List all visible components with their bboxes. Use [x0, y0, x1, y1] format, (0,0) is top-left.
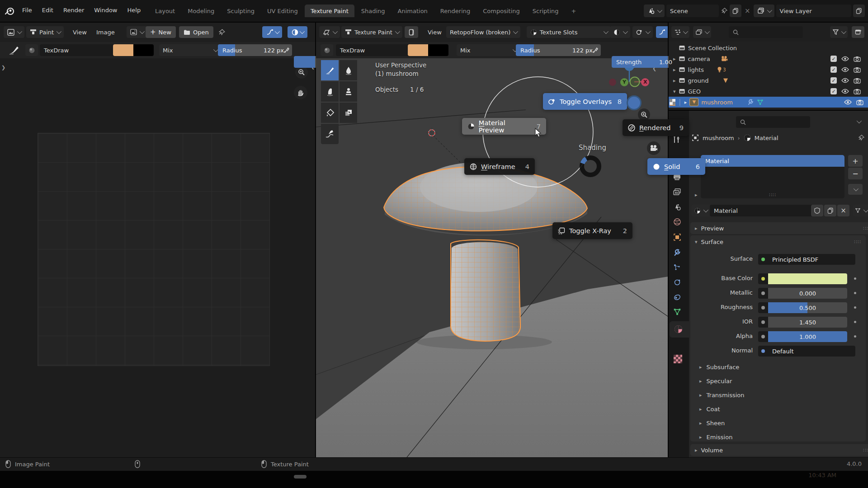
breadcrumb-object[interactable]: mushroom — [703, 135, 734, 141]
brush-preview-button[interactable] — [25, 44, 38, 56]
material-name-field[interactable]: Material — [710, 205, 818, 216]
zoom-gizmo[interactable] — [295, 66, 308, 79]
tab-scripting[interactable]: Scripting — [527, 5, 565, 17]
base-color-field[interactable] — [758, 273, 847, 284]
viewport-view-menu[interactable]: View — [423, 26, 447, 38]
blend-mode-dropdown[interactable]: Mix — [159, 44, 221, 56]
brush-name-field[interactable]: TexDraw — [336, 44, 413, 56]
expand-arrow-icon[interactable]: ▸ — [684, 99, 687, 105]
pan-gizmo[interactable] — [294, 86, 307, 99]
node-editor-dropdown[interactable] — [853, 205, 868, 216]
properties-options-chevron[interactable] — [857, 118, 862, 123]
new-collection-button[interactable] — [852, 26, 864, 38]
normal-field[interactable]: Default — [758, 346, 855, 357]
ior-slider[interactable]: 1.450 — [758, 317, 847, 328]
decorator-dot[interactable] — [854, 335, 856, 338]
tool-smear[interactable] — [321, 81, 339, 102]
new-image-button[interactable]: + New — [146, 26, 176, 38]
falloff-curve-dropdown[interactable] — [262, 26, 282, 38]
grip-handle[interactable]: ∷∷ — [854, 239, 861, 245]
radius-slider[interactable]: Radius 122 px — [218, 44, 288, 56]
strength-slider[interactable]: Strength 1.00 — [612, 56, 677, 68]
tab-object[interactable] — [673, 233, 681, 241]
base-color-swatch[interactable] — [768, 273, 847, 284]
render-visibility-icon[interactable] — [854, 78, 861, 84]
expand-arrow-icon[interactable]: ▸ — [673, 56, 676, 62]
add-workspace-button[interactable]: + — [566, 5, 582, 17]
tool-draw[interactable] — [321, 60, 339, 80]
blender-logo-icon[interactable] — [5, 5, 15, 16]
editor-type-dropdown[interactable] — [4, 26, 24, 38]
menu-render[interactable]: Render — [58, 4, 89, 16]
collapse-arrow-icon[interactable]: ▾ — [673, 89, 676, 94]
tab-constraints[interactable] — [673, 293, 681, 301]
tool-soften[interactable] — [340, 60, 357, 80]
subpanel-emission[interactable]: ▸Emission — [699, 431, 732, 443]
interaction-mode-dropdown[interactable]: Texture Paint — [341, 26, 402, 38]
scene-browse-dropdown[interactable] — [644, 5, 665, 17]
expand-arrow-icon[interactable]: ▸ — [673, 67, 676, 73]
shading-popover[interactable] — [610, 26, 630, 38]
subpanel-transmission[interactable]: ▸Transmission — [699, 389, 745, 401]
tab-view-layer[interactable] — [673, 188, 681, 196]
copy-material-button[interactable] — [824, 205, 836, 216]
view-layer-remove-button[interactable]: × — [867, 7, 868, 15]
menu-edit[interactable]: Edit — [37, 4, 58, 16]
tab-rendering[interactable]: Rendering — [434, 5, 476, 17]
grip-handle[interactable]: ∷∷ — [863, 225, 868, 231]
surface-shader-field[interactable]: Principled BSDF — [758, 254, 855, 265]
tab-modeling[interactable]: Modeling — [182, 5, 220, 17]
panel-volume[interactable]: ▸ Volume ∷∷ — [690, 444, 868, 456]
brush-preview-button[interactable] — [321, 44, 333, 56]
tab-uv-editing[interactable]: UV Editing — [261, 5, 304, 17]
falloff-icon-button[interactable] — [656, 26, 668, 38]
slot-remove-button[interactable]: − — [848, 168, 863, 179]
checkbox-icon[interactable]: ✓ — [830, 66, 837, 73]
subpanel-coat[interactable]: ▸Coat — [699, 403, 720, 415]
pin-icon[interactable] — [218, 28, 226, 36]
retopoflow-menu[interactable]: RetopoFlow (broken) — [446, 26, 520, 38]
fake-user-button[interactable] — [811, 205, 823, 216]
eye-icon[interactable] — [844, 99, 852, 105]
panel-surface-header[interactable]: ▾ Surface ∷∷ — [690, 235, 866, 248]
menu-help[interactable]: Help — [123, 4, 146, 16]
editor-type-dropdown[interactable] — [671, 26, 689, 38]
grip-handle[interactable]: ∷∷ — [769, 192, 776, 198]
radius-slider[interactable]: Radius 122 px — [516, 44, 597, 56]
view-layer-name-field[interactable]: View Layer — [776, 5, 851, 17]
camera-view-gizmo[interactable] — [647, 141, 660, 155]
tab-layout[interactable]: Layout — [149, 5, 181, 17]
tab-texture[interactable] — [674, 355, 682, 363]
material-slot-item[interactable]: Material — [701, 155, 844, 167]
primary-color-swatch[interactable] — [113, 44, 133, 56]
secondary-color-swatch[interactable] — [428, 44, 448, 56]
tab-particles[interactable] — [673, 263, 681, 272]
render-visibility-icon[interactable] — [854, 89, 861, 94]
eye-icon[interactable] — [841, 67, 849, 72]
outliner-row-mushroom[interactable]: │ ▸ mushroom — [669, 97, 868, 108]
editor-type-dropdown[interactable] — [319, 26, 340, 38]
zoom-gizmo[interactable] — [638, 108, 650, 121]
pin-icon[interactable] — [721, 7, 728, 14]
tab-object-data[interactable] — [673, 308, 681, 316]
slot-expand-arrow[interactable]: ▸ — [695, 192, 698, 198]
outliner-row-scene-collection[interactable]: Scene Collection — [679, 42, 868, 53]
menu-window[interactable]: Window — [89, 4, 122, 16]
image-editor-image-menu[interactable]: Image — [91, 26, 120, 38]
scene-copy-button[interactable] — [730, 5, 741, 17]
paint-mode-dropdown[interactable]: Paint — [26, 26, 64, 38]
scene-name-field[interactable]: Scene — [666, 5, 719, 17]
slot-specials-button[interactable] — [848, 184, 863, 195]
secondary-color-swatch[interactable] — [133, 44, 154, 56]
eye-icon[interactable] — [841, 78, 849, 83]
tab-tool[interactable] — [672, 136, 681, 145]
panel-preview[interactable]: ▸ Preview ∷∷ — [690, 222, 868, 234]
unlink-material-button[interactable]: × — [837, 205, 849, 216]
image-browse-dropdown[interactable] — [127, 26, 147, 38]
tool-annotate[interactable] — [321, 124, 339, 144]
render-visibility-icon[interactable] — [854, 67, 861, 73]
blend-mode-dropdown[interactable]: Mix — [457, 44, 520, 56]
tab-world[interactable] — [673, 218, 681, 226]
menu-file[interactable]: File — [17, 4, 37, 16]
expand-arrow-icon[interactable]: ▸ — [673, 78, 676, 84]
